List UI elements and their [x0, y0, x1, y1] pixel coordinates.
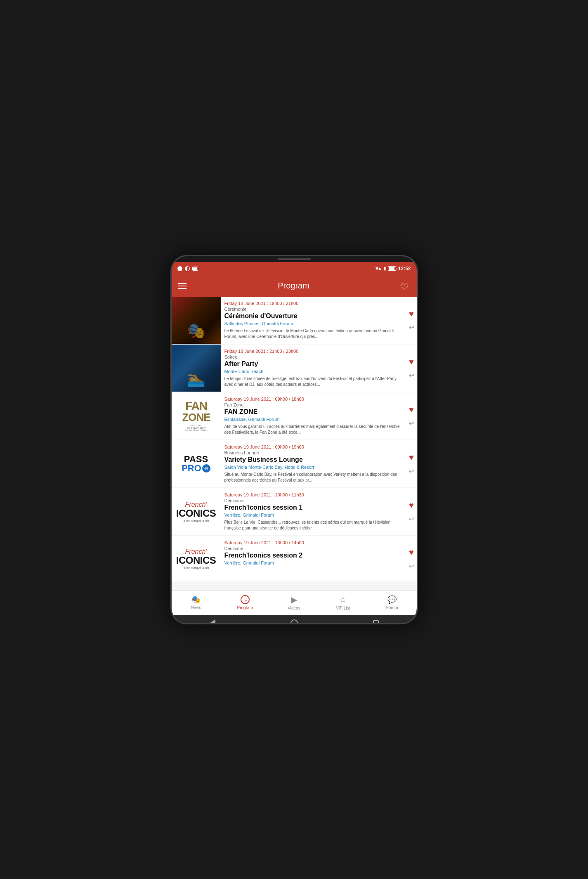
event-title-3: FAN ZONE — [224, 408, 403, 416]
iconics1-iconics: ICONICS — [176, 508, 216, 518]
clock-icon — [241, 595, 250, 604]
event-title-4: Variety Business Lounge — [224, 456, 403, 463]
sim-icon — [192, 267, 198, 271]
wifi-icon: ▾▴ — [375, 265, 381, 272]
nav-item-forum[interactable]: 💬 Forum — [368, 591, 417, 615]
event-category-4: Business Lounge — [224, 450, 403, 455]
nav-item-videos[interactable]: ▶ Videos — [269, 591, 319, 615]
nav-label-news: News — [191, 605, 201, 610]
event-category-2: Soirée — [224, 354, 403, 359]
time-display: 12:52 — [398, 266, 411, 272]
page-title: Program — [278, 281, 309, 291]
event-location-6[interactable]: Verrière, Grimaldi Forum — [224, 560, 403, 565]
event-card-1[interactable]: Friday 18 June 2021 : 19h00 / 21h00 Céré… — [172, 297, 417, 344]
event-thumb-1 — [172, 297, 221, 344]
passpro-circle: ◎ — [202, 464, 210, 473]
recent-apps-button[interactable] — [371, 619, 380, 624]
nav-item-program[interactable]: Program — [220, 591, 269, 615]
event-actions-1: ♥ ↪ — [406, 297, 417, 344]
event-category-3: Fan Zone — [224, 402, 403, 407]
event-info-4: Saturday 19 June 2021 : 09h00 / 19h00 Bu… — [221, 440, 406, 487]
event-date-4: Saturday 19 June 2021 : 09h00 / 19h00 — [224, 444, 403, 449]
event-card-3[interactable]: FAN ZONE FESTIVALDE TÉLÉVISIONDE MONTE-C… — [172, 392, 417, 440]
mobile-device: ▾▴ ▮ 12:52 Program ♡ Friday 18 June 20 — [170, 255, 418, 624]
event-actions-2: ♥ ↪ — [406, 345, 417, 392]
share-button-3[interactable]: ↪ — [409, 419, 414, 427]
event-info-6: Saturday 19 June 2021 : 13h00 / 14h00 Dé… — [221, 536, 406, 581]
event-thumb-5: French' ICONICS Ils ont marqué la télé — [172, 488, 221, 535]
event-category-1: Cérémonie — [224, 307, 403, 312]
event-card-5[interactable]: French' ICONICS Ils ont marqué la télé S… — [172, 488, 417, 535]
fanzone-logo-zone: ZONE — [182, 412, 210, 423]
fanzone-logo-fan: FAN — [182, 400, 210, 412]
nav-item-news[interactable]: 🎭 News — [172, 591, 221, 615]
event-location-3[interactable]: Esplanade, Grimaldi Forum — [224, 417, 403, 422]
share-button-5[interactable]: ↪ — [409, 515, 414, 523]
share-button-1[interactable]: ↪ — [409, 324, 414, 331]
hamburger-line-1 — [178, 283, 187, 284]
signal-bars-icon: ▮ — [383, 266, 386, 271]
event-date-5: Saturday 19 June 2021 : 10h00 / 11h30 — [224, 492, 403, 497]
speaker-notch — [278, 258, 311, 260]
event-thumb-6: French' ICONICS Ils ont marqué la télé — [172, 536, 221, 581]
events-list: Friday 18 June 2021 : 19h00 / 21h00 Céré… — [172, 297, 417, 590]
like-button-6[interactable]: ♥ — [409, 548, 414, 557]
passpro-pro: PRO◎ — [182, 464, 210, 473]
like-button-1[interactable]: ♥ — [409, 309, 414, 319]
nav-label-program: Program — [237, 605, 253, 610]
play-icon: ▶ — [291, 595, 297, 605]
event-date-6: Saturday 19 June 2021 : 13h00 / 14h00 — [224, 540, 403, 545]
event-card-2[interactable]: Friday 18 June 2021 : 21h00 / 23h00 Soir… — [172, 345, 417, 392]
event-title-1: Cérémonie d'Ouverture — [224, 312, 403, 320]
event-card-6[interactable]: French' ICONICS Ils ont marqué la télé S… — [172, 536, 417, 581]
passpro-thumbnail: PASS PRO◎ — [172, 440, 221, 487]
event-title-5: French'Iconics session 1 — [224, 504, 403, 511]
event-location-1[interactable]: Salle des Princes, Grimaldi Forum — [224, 321, 403, 326]
event-title-2: After Party — [224, 360, 403, 368]
fanzone-logo: FAN ZONE FESTIVALDE TÉLÉVISIONDE MONTE-C… — [180, 399, 212, 433]
battery-fill — [389, 267, 394, 270]
fanzone-logo-subtitle: FESTIVALDE TÉLÉVISIONDE MONTE-CARLO — [182, 424, 210, 432]
ceremony-thumbnail — [172, 297, 221, 344]
favorites-button[interactable]: ♡ — [401, 282, 410, 290]
event-desc-4: Situé au Monte-Carlo Bay, le Festival en… — [224, 472, 403, 483]
android-nav-bar — [172, 615, 417, 624]
like-button-4[interactable]: ♥ — [409, 453, 414, 462]
recent-square-icon — [373, 620, 379, 624]
passpro-pass: PASS — [182, 455, 210, 464]
event-category-6: Dédicace — [224, 546, 403, 551]
hamburger-menu-button[interactable] — [178, 283, 187, 289]
status-right: ▾▴ ▮ 12:52 — [375, 265, 411, 272]
event-desc-5: Plus Belle La Vie, Cassandre... retrouve… — [224, 520, 403, 531]
iconics1-thumbnail: French' ICONICS Ils ont marqué la télé — [172, 488, 221, 535]
party-thumbnail — [172, 345, 221, 392]
back-button[interactable] — [208, 619, 217, 624]
event-location-5[interactable]: Verrière, Grimaldi Forum — [224, 513, 403, 517]
star-icon: ☆ — [339, 595, 347, 605]
event-location-4[interactable]: Salon Viola Monte-Carlo Bay, Hotel & Res… — [224, 465, 403, 470]
share-button-2[interactable]: ↪ — [409, 371, 414, 379]
event-info-1: Friday 18 June 2021 : 19h00 / 21h00 Céré… — [221, 297, 406, 344]
event-card-4[interactable]: PASS PRO◎ Saturday 19 June 2021 : 09h00 … — [172, 440, 417, 487]
event-desc-2: Le temps d'une soirée de prestige, entre… — [224, 376, 403, 388]
like-button-2[interactable]: ♥ — [409, 357, 414, 366]
event-desc-1: Le 60ème Festival de Télévision de Monte… — [224, 328, 403, 340]
status-bar: ▾▴ ▮ 12:52 — [172, 262, 417, 275]
nav-item-viplist[interactable]: ☆ VIP List — [319, 591, 368, 615]
event-thumb-4: PASS PRO◎ — [172, 440, 221, 487]
news-icon: 🎭 — [191, 595, 201, 604]
event-actions-3: ♥ ↪ — [406, 392, 417, 440]
event-actions-4: ♥ ↪ — [406, 440, 417, 487]
nav-label-forum: Forum — [386, 605, 398, 610]
like-button-3[interactable]: ♥ — [409, 405, 414, 414]
event-date-2: Friday 18 June 2021 : 21h00 / 23h00 — [224, 349, 403, 354]
share-button-4[interactable]: ↪ — [409, 467, 414, 475]
app-header: Program ♡ — [172, 275, 417, 297]
fanzone-thumbnail: FAN ZONE FESTIVALDE TÉLÉVISIONDE MONTE-C… — [172, 392, 221, 440]
home-button[interactable] — [290, 619, 299, 624]
share-button-6[interactable]: ↪ — [409, 562, 414, 570]
event-location-2[interactable]: Monte-Carlo Beach — [224, 369, 403, 374]
iconics2-logo: French' ICONICS Ils ont marqué la télé — [174, 546, 219, 572]
hamburger-line-2 — [178, 286, 187, 286]
like-button-5[interactable]: ♥ — [409, 501, 414, 510]
